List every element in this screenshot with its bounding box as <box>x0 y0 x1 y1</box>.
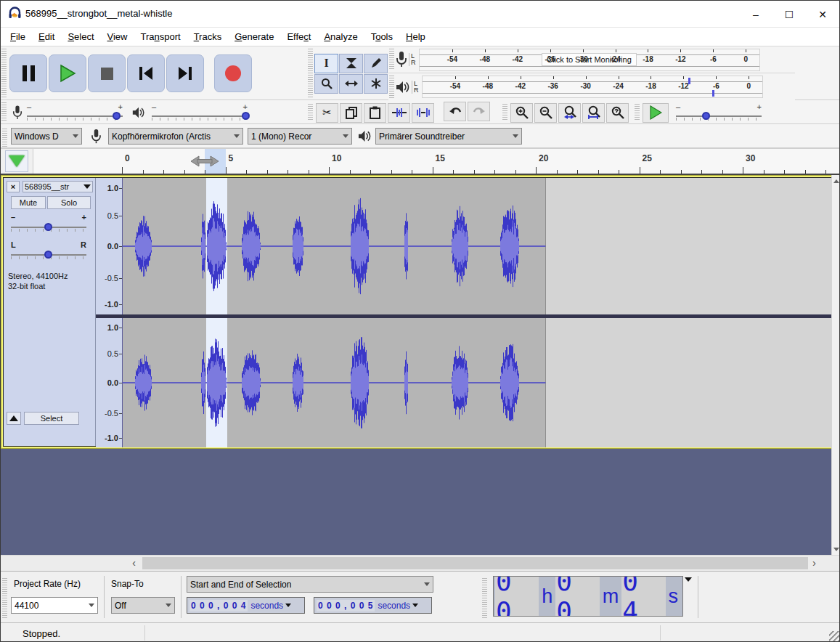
scroll-up-arrow[interactable] <box>832 175 840 187</box>
zoom-tool-button[interactable] <box>314 74 338 94</box>
track-title-dropdown[interactable]: 568995__str <box>23 181 93 192</box>
timeline-ruler[interactable]: 051015202530 <box>33 149 834 174</box>
track-select-button[interactable]: Select <box>24 412 79 425</box>
menu-view[interactable]: View <box>101 28 134 45</box>
time-digits[interactable]: 0 0 <box>495 576 539 617</box>
audio-position-display[interactable]: 0 0h0 0m0 4s <box>493 576 683 617</box>
minimize-button[interactable]: – <box>739 1 772 28</box>
toolbar-grip[interactable] <box>308 49 313 98</box>
zoom-toggle-button[interactable] <box>606 103 629 123</box>
menu-file[interactable]: File <box>4 28 32 45</box>
copy-button[interactable] <box>340 103 362 123</box>
fit-selection-button[interactable] <box>558 103 581 123</box>
menu-select[interactable]: Select <box>61 28 100 45</box>
menu-edit[interactable]: Edit <box>32 28 61 45</box>
waveform-left-channel[interactable] <box>123 178 833 314</box>
chevron-down-icon[interactable] <box>412 604 418 607</box>
track-pan-thumb[interactable] <box>44 251 52 259</box>
record-button[interactable] <box>214 54 252 92</box>
play-at-speed-button[interactable] <box>643 103 669 123</box>
undo-button[interactable] <box>444 102 466 121</box>
track-gain-thumb[interactable] <box>44 223 52 231</box>
horizontal-scroll-thumb[interactable] <box>142 557 808 569</box>
mute-button[interactable]: Mute <box>11 196 46 209</box>
timeline-options-button[interactable] <box>5 150 28 172</box>
toolbar-grip[interactable] <box>1 49 7 98</box>
time-digits[interactable]: 0 4 <box>621 576 665 617</box>
title-bar[interactable]: 568995__strongbot__metal-whistle – ☐ ✕ <box>1 1 839 28</box>
timeshift-tool-button[interactable] <box>339 74 363 94</box>
selection-start-digits[interactable]: 0 0 0 , 0 0 4 <box>189 600 248 611</box>
playback-meter-scale[interactable]: -54-48-42-36-30-24-18-12-60 <box>422 76 763 98</box>
paste-button[interactable] <box>364 103 386 123</box>
skip-to-end-button[interactable] <box>166 54 204 92</box>
toolbar-grip[interactable] <box>389 76 394 98</box>
menu-tracks[interactable]: Tracks <box>187 28 229 45</box>
redo-button[interactable] <box>468 102 490 121</box>
toolbar-grip[interactable] <box>2 129 7 147</box>
menu-effect[interactable]: Effect <box>280 28 317 45</box>
track-gain-slider[interactable]: – + <box>11 223 86 232</box>
track-pan-slider[interactable]: L R <box>11 251 86 259</box>
window-resize-grip[interactable] <box>829 631 839 641</box>
track-close-button[interactable]: × <box>7 181 20 192</box>
time-digits[interactable]: 0 0 <box>555 576 599 617</box>
toolbar-grip[interactable] <box>482 578 487 619</box>
menu-tools[interactable]: Tools <box>364 28 399 45</box>
playback-speed-thumb[interactable] <box>702 112 710 120</box>
scroll-down-arrow[interactable] <box>832 543 840 555</box>
track-control-panel[interactable]: × 568995__str Mute Solo – + L R <box>4 178 96 446</box>
vertical-scale-right[interactable]: 1.00.50.0-0.5-1.0 <box>96 318 123 447</box>
playback-volume-slider[interactable]: – + <box>152 112 248 121</box>
toolbar-grip[interactable] <box>502 104 507 121</box>
menu-help[interactable]: Help <box>399 28 432 45</box>
waveform-right-channel[interactable] <box>123 318 833 447</box>
draw-tool-button[interactable] <box>364 54 388 73</box>
toolbar-grip[interactable] <box>2 578 7 619</box>
chevron-down-icon[interactable] <box>285 604 291 607</box>
playback-meter[interactable]: L R -54-48-42-36-30-24-18-12-60 <box>388 73 795 100</box>
horizontal-scrollbar[interactable]: ‹ › <box>1 555 840 571</box>
stop-button[interactable] <box>88 54 126 92</box>
recording-channels-dropdown[interactable]: 1 (Mono) Recor <box>248 128 352 145</box>
solo-button[interactable]: Solo <box>47 196 91 209</box>
scroll-right-arrow[interactable]: › <box>812 556 816 569</box>
silence-audio-button[interactable] <box>412 103 434 123</box>
toolbar-grip[interactable] <box>308 104 313 121</box>
recording-device-dropdown[interactable]: Kopfhörermikrofon (Arctis <box>108 128 243 145</box>
cut-button[interactable]: ✂ <box>316 103 338 123</box>
scroll-left-arrow[interactable]: ‹ <box>132 556 136 569</box>
snap-to-dropdown[interactable]: Off <box>111 597 175 614</box>
menu-generate[interactable]: Generate <box>228 28 280 45</box>
selection-end-field[interactable]: 0 0 0 , 0 0 5 seconds <box>314 597 432 614</box>
vertical-scale-left[interactable]: 1.00.50.0-0.5-1.0 <box>96 178 123 314</box>
chevron-down-icon[interactable] <box>685 577 692 582</box>
playback-device-dropdown[interactable]: Primärer Soundtreiber <box>375 128 522 145</box>
envelope-tool-button[interactable] <box>339 54 363 73</box>
recording-meter[interactable]: L R Click to Start Monitoring -54-48-42-… <box>388 46 795 73</box>
project-rate-dropdown[interactable]: 44100 <box>11 597 98 614</box>
selection-end-digits[interactable]: 0 0 0 , 0 0 5 <box>317 600 375 611</box>
zoom-in-button[interactable] <box>510 103 533 123</box>
track-collapse-button[interactable] <box>7 412 21 425</box>
trim-audio-button[interactable] <box>388 103 410 123</box>
toolbar-grip[interactable] <box>389 49 394 70</box>
toolbar-grip[interactable] <box>635 104 640 121</box>
audio-host-dropdown[interactable]: Windows D <box>11 128 82 145</box>
multi-tool-button[interactable] <box>364 74 388 94</box>
selection-tool-button[interactable]: I <box>314 54 338 73</box>
recording-volume-slider[interactable]: – + <box>27 112 123 121</box>
vertical-scrollbar[interactable] <box>831 175 839 555</box>
pause-button[interactable] <box>9 54 47 92</box>
skip-to-start-button[interactable] <box>127 54 165 92</box>
menu-analyze[interactable]: Analyze <box>317 28 364 45</box>
toolbar-grip[interactable] <box>1 102 7 122</box>
playback-volume-thumb[interactable] <box>242 112 250 120</box>
selection-mode-dropdown[interactable]: Start and End of Selection <box>187 576 433 593</box>
close-button[interactable]: ✕ <box>806 1 839 28</box>
recording-volume-thumb[interactable] <box>113 112 121 120</box>
play-button[interactable] <box>49 54 86 92</box>
selection-start-field[interactable]: 0 0 0 , 0 0 4 seconds <box>187 597 305 614</box>
playback-speed-slider[interactable]: – + <box>676 112 762 121</box>
fit-project-button[interactable] <box>582 103 605 123</box>
